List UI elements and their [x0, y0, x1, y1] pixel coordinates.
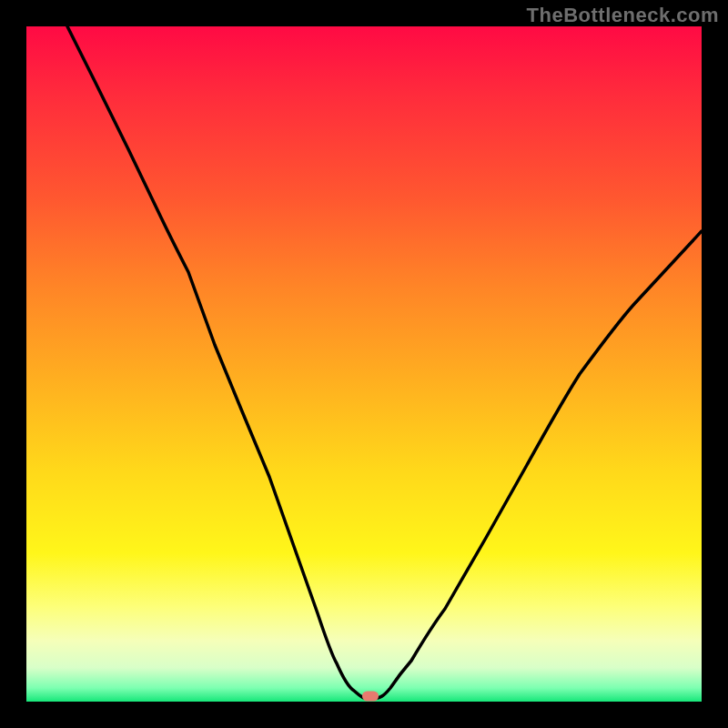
- curve-path: [67, 26, 702, 698]
- watermark-text: TheBottleneck.com: [527, 4, 719, 27]
- bottleneck-curve: [26, 26, 702, 702]
- valley-marker: [362, 692, 379, 702]
- chart-frame: TheBottleneck.com: [0, 0, 728, 728]
